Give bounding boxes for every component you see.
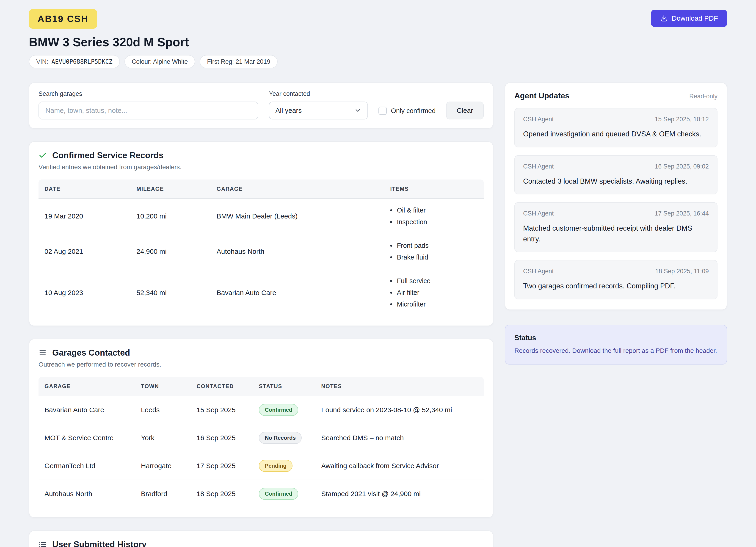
- column-header-contacted: CONTACTED: [196, 377, 259, 396]
- garages-contacted-title: Garages Contacted: [52, 348, 130, 358]
- sidebar: Agent Updates Read-only CSH Agent 15 Sep…: [505, 83, 727, 365]
- garage-notes: Awaiting callback from Service Advisor: [321, 452, 484, 480]
- garage-name: MOT & Service Centre: [39, 424, 141, 452]
- vin-chip: VIN: AEVU0P688RLP5DKCZ: [29, 55, 120, 68]
- record-date: 10 Aug 2023: [39, 269, 136, 316]
- record-item: Oil & filter: [397, 207, 426, 214]
- agent-message: Two garages confirmed records. Compiling…: [523, 281, 709, 292]
- colour-label: Colour: Alpine White: [132, 58, 188, 65]
- agent-message: Opened investigation and queued DVSA & O…: [523, 129, 709, 140]
- page-title: BMW 3 Series 320d M Sport: [29, 35, 727, 49]
- filter-bar: Search garages Year contacted All years …: [29, 83, 493, 129]
- record-item: Full service: [397, 277, 430, 285]
- first-reg-chip: First Reg: 21 Mar 2019: [200, 55, 278, 68]
- confirmed-records-subtitle: Verified entries we obtained from garage…: [39, 163, 484, 171]
- garage-notes: Searched DMS – no match: [321, 424, 484, 452]
- column-header-date: DATE: [39, 180, 136, 199]
- agent-update-card: CSH Agent 17 Sep 2025, 16:44 Matched cus…: [514, 202, 717, 252]
- list-icon: [39, 540, 47, 547]
- garage-town: York: [141, 424, 197, 452]
- garage-name: Autohaus North: [39, 480, 141, 508]
- record-mileage: 10,200 mi: [136, 199, 217, 234]
- table-row: 19 Mar 2020 10,200 mi BMW Main Dealer (L…: [39, 199, 484, 234]
- record-date: 02 Aug 2021: [39, 234, 136, 269]
- page-header: AB19 CSH Download PDF BMW 3 Series 320d …: [29, 9, 727, 68]
- agent-author: CSH Agent: [523, 210, 554, 217]
- record-mileage: 24,900 mi: [136, 234, 217, 269]
- status-badge: Pending: [259, 460, 292, 472]
- column-header-notes: NOTES: [321, 377, 484, 396]
- garage-town: Bradford: [141, 480, 197, 508]
- search-input[interactable]: [39, 102, 258, 119]
- garage-name: GermanTech Ltd: [39, 452, 141, 480]
- search-garages-label: Search garages: [39, 90, 258, 97]
- garage-notes: Stamped 2021 visit @ 24,900 mi: [321, 480, 484, 508]
- year-select[interactable]: All years: [269, 102, 368, 119]
- status-badge: No Records: [259, 432, 302, 444]
- readonly-badge: Read-only: [689, 93, 717, 100]
- agent-timestamp: 16 Sep 2025, 09:02: [655, 163, 709, 170]
- status-panel: Status Records recovered. Download the f…: [505, 325, 727, 365]
- agent-message: Matched customer-submitted receipt with …: [523, 223, 709, 244]
- garages-contacted-section: Garages Contacted Outreach we performed …: [29, 339, 493, 518]
- table-row: 10 Aug 2023 52,340 mi Bavarian Auto Care…: [39, 269, 484, 316]
- garage-notes: Found service on 2023-08-10 @ 52,340 mi: [321, 396, 484, 424]
- garages-contacted-table: GARAGE TOWN CONTACTED STATUS NOTES Bavar…: [39, 377, 484, 508]
- record-item: Microfilter: [397, 301, 426, 308]
- garage-town: Harrogate: [141, 452, 197, 480]
- table-row: MOT & Service Centre York 16 Sep 2025 No…: [39, 424, 484, 452]
- download-pdf-label: Download PDF: [672, 14, 718, 22]
- chevron-down-icon: [354, 107, 361, 114]
- only-confirmed-checkbox[interactable]: [378, 107, 387, 115]
- column-header-town: TOWN: [141, 377, 197, 396]
- table-row: Bavarian Auto Care Leeds 15 Sep 2025 Con…: [39, 396, 484, 424]
- record-item: Front pads: [397, 242, 429, 249]
- record-items: Oil & filter Inspection: [390, 207, 481, 226]
- agent-updates-panel: Agent Updates Read-only CSH Agent 15 Sep…: [505, 83, 727, 310]
- menu-icon: [39, 349, 47, 357]
- agent-author: CSH Agent: [523, 163, 554, 170]
- agent-update-card: CSH Agent 16 Sep 2025, 09:02 Contacted 3…: [514, 155, 717, 195]
- main-column: Search garages Year contacted All years …: [29, 83, 493, 547]
- check-icon: [39, 151, 47, 160]
- garage-contacted-date: 18 Sep 2025: [196, 480, 259, 508]
- download-pdf-button[interactable]: Download PDF: [651, 10, 727, 27]
- record-date: 19 Mar 2020: [39, 199, 136, 234]
- column-header-garage: GARAGE: [217, 180, 390, 199]
- first-reg-label: First Reg: 21 Mar 2019: [207, 58, 270, 65]
- agent-update-card: CSH Agent 15 Sep 2025, 10:12 Opened inve…: [514, 108, 717, 147]
- status-badge: Confirmed: [259, 488, 298, 500]
- confirmed-records-section: Confirmed Service Records Verified entri…: [29, 141, 493, 326]
- record-mileage: 52,340 mi: [136, 269, 217, 316]
- record-items: Full service Air filter Microfilter: [390, 277, 481, 308]
- record-garage: Autohaus North: [217, 234, 390, 269]
- record-garage: Bavarian Auto Care: [217, 269, 390, 316]
- year-contacted-label: Year contacted: [269, 90, 368, 97]
- clear-filters-button[interactable]: Clear: [446, 102, 484, 119]
- garage-name: Bavarian Auto Care: [39, 396, 141, 424]
- record-item: Air filter: [397, 289, 419, 296]
- table-row: 02 Aug 2021 24,900 mi Autohaus North Fro…: [39, 234, 484, 269]
- column-header-mileage: MILEAGE: [136, 180, 217, 199]
- status-message: Records recovered. Download the full rep…: [514, 347, 717, 354]
- status-title: Status: [514, 334, 717, 342]
- vin-value: AEVU0P688RLP5DKCZ: [52, 58, 113, 65]
- agent-update-card: CSH Agent 18 Sep 2025, 11:09 Two garages…: [514, 260, 717, 299]
- vehicle-chips: VIN: AEVU0P688RLP5DKCZ Colour: Alpine Wh…: [29, 55, 727, 68]
- agent-timestamp: 18 Sep 2025, 11:09: [655, 268, 709, 275]
- garage-contacted-date: 16 Sep 2025: [196, 424, 259, 452]
- confirmed-records-table: DATE MILEAGE GARAGE ITEMS 19 Mar 2020 10…: [39, 180, 484, 316]
- column-header-items: ITEMS: [390, 180, 484, 199]
- column-header-garage: GARAGE: [39, 377, 141, 396]
- status-badge: Confirmed: [259, 404, 298, 416]
- garage-town: Leeds: [141, 396, 197, 424]
- year-select-value: All years: [275, 107, 302, 114]
- garage-contacted-date: 15 Sep 2025: [196, 396, 259, 424]
- only-confirmed-label: Only confirmed: [391, 107, 436, 115]
- record-garage: BMW Main Dealer (Leeds): [217, 199, 390, 234]
- agent-author: CSH Agent: [523, 116, 554, 123]
- user-history-title: User Submitted History: [52, 540, 146, 547]
- agent-author: CSH Agent: [523, 268, 554, 275]
- agent-timestamp: 15 Sep 2025, 10:12: [655, 116, 709, 123]
- record-items: Front pads Brake fluid: [390, 242, 481, 261]
